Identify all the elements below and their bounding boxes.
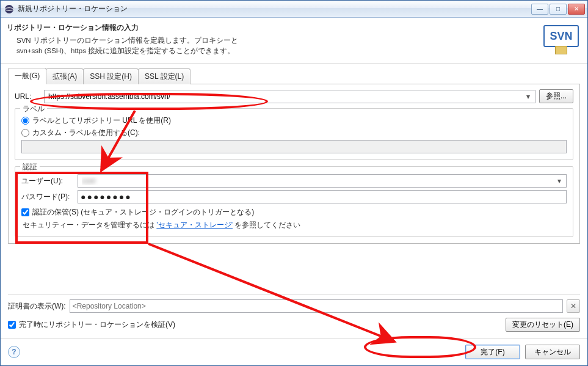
- svg-line-2: [101, 111, 135, 170]
- dialog-window: 新規リポジトリー・ロケーション — □ ✕ リポジトリー・ロケーション情報の入力…: [0, 0, 588, 366]
- annotation-arrows: [1, 1, 588, 366]
- tab-general[interactable]: 一般(G): [8, 68, 46, 84]
- svg-line-3: [148, 244, 394, 342]
